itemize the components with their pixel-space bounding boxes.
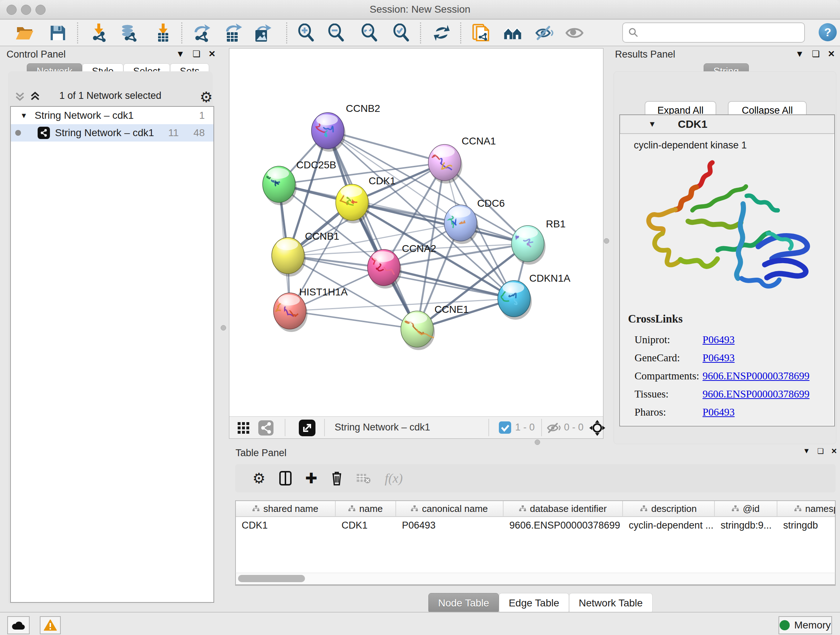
float-panel-icon[interactable]: ❏ <box>812 49 820 59</box>
network-options-gear-icon[interactable]: ⚙ <box>200 89 213 105</box>
open-in-new-window-icon[interactable] <box>299 420 316 436</box>
tab-node-table[interactable]: Node Table <box>428 593 499 613</box>
control-panel-title: Control Panel <box>6 49 66 60</box>
table-options-gear-icon[interactable]: ⚙ <box>253 470 265 486</box>
function-builder-icon[interactable]: f(x) <box>385 470 403 486</box>
column-header-namespace[interactable]: namespace <box>777 501 836 516</box>
open-session-icon[interactable] <box>15 24 34 42</box>
table-cell[interactable]: CDK1 <box>236 517 336 534</box>
network-tree-row[interactable]: String Network – cdk11148 <box>11 124 213 141</box>
node-HIST1H1A[interactable]: HIST1H1A <box>273 287 347 332</box>
left-splitter-handle[interactable] <box>221 325 226 331</box>
table-row[interactable]: CDK1CDK1P064939606.ENSP00000378699cyclin… <box>236 517 835 534</box>
expander-icon[interactable]: ▼ <box>20 111 27 120</box>
cloud-services-button[interactable] <box>7 616 30 634</box>
export-network-icon[interactable] <box>193 24 211 42</box>
save-session-icon[interactable] <box>49 24 67 42</box>
zoom-selected-icon[interactable] <box>392 24 411 42</box>
crosslink-link[interactable]: P06493 <box>703 352 735 364</box>
node-label: CCNE1 <box>434 304 469 315</box>
column-header-name[interactable]: name <box>336 501 396 516</box>
network-tree-row[interactable]: ▼String Network – cdk11 <box>11 107 213 124</box>
import-table-icon[interactable] <box>153 24 172 42</box>
export-image-icon[interactable] <box>253 24 271 42</box>
delete-table-icon[interactable] <box>356 472 371 484</box>
column-type-icon <box>732 505 739 512</box>
node-count: 11 <box>168 127 179 139</box>
crosslink-link[interactable]: 9606.ENSP00000378699 <box>703 388 810 400</box>
network-canvas[interactable]: CCNB2CCNA1CDC25BCDK1CDC6RB1CCNB1CCNA2CDK… <box>229 49 603 416</box>
table-cell[interactable]: stringdb <box>777 517 836 534</box>
edge-CCNB2-CCNE1[interactable] <box>328 131 417 329</box>
column-header-canonical-name[interactable]: canonical name <box>396 501 504 516</box>
panel-menu-icon[interactable]: ▼ <box>796 49 804 59</box>
right-splitter-handle[interactable] <box>604 238 609 244</box>
float-panel-icon[interactable]: ❏ <box>817 447 824 455</box>
close-panel-icon[interactable]: ✕ <box>828 49 835 59</box>
table-cell[interactable]: stringdb:9... <box>715 517 777 534</box>
refresh-icon[interactable] <box>432 24 451 42</box>
warnings-button[interactable] <box>40 616 61 634</box>
crosslink-label: GeneCard: <box>635 352 703 364</box>
network-badge-icon[interactable] <box>258 420 273 435</box>
import-network-file-icon[interactable] <box>89 24 108 42</box>
birds-eye-view-icon[interactable] <box>589 420 605 436</box>
edge-HIST1H1A-CCNE1[interactable] <box>290 311 417 329</box>
table-panel-title: Table Panel <box>235 448 286 459</box>
node-count: 1 <box>199 110 205 121</box>
float-panel-icon[interactable]: ❏ <box>193 49 201 59</box>
close-panel-icon[interactable]: ✕ <box>208 49 216 59</box>
gene-entry-header[interactable]: ▼ CDK1 <box>620 115 834 134</box>
title-bar: Session: New Session <box>0 0 840 19</box>
table-horizontal-scrollbar[interactable] <box>235 573 836 585</box>
column-header-database-identifier[interactable]: database identifier <box>504 501 623 516</box>
zoom-in-icon[interactable] <box>297 24 316 42</box>
show-columns-icon[interactable] <box>279 471 292 486</box>
scrollbar-thumb[interactable] <box>238 575 305 582</box>
window-title: Session: New Session <box>0 4 840 15</box>
crosslink-link[interactable]: P06493 <box>703 334 735 346</box>
delete-column-icon[interactable] <box>331 471 343 486</box>
node-CCNE1[interactable]: CCNE1 <box>401 304 469 350</box>
help-button[interactable]: ? <box>819 23 837 41</box>
clone-network-icon[interactable] <box>472 24 491 42</box>
column-header-description[interactable]: description <box>623 501 715 516</box>
gene-entry-box: ▼ CDK1 cyclin-dependent kinase 1 <box>619 114 835 426</box>
node-CCNB2[interactable]: CCNB2 <box>311 103 380 152</box>
table-cell[interactable]: cyclin-dependent ... <box>623 517 715 534</box>
node-RB1[interactable]: RB1 <box>512 218 565 264</box>
memory-button[interactable]: Memory <box>778 616 832 634</box>
grid-view-icon[interactable] <box>237 422 249 434</box>
panel-menu-icon[interactable]: ▼ <box>176 49 185 59</box>
crosslink-link[interactable]: P06493 <box>703 406 735 418</box>
table-cell[interactable]: P06493 <box>396 517 504 534</box>
crosslink-link[interactable]: 9606.ENSP00000378699 <box>703 370 810 382</box>
tab-edge-table[interactable]: Edge Table <box>499 593 569 613</box>
column-header--id[interactable]: @id <box>715 501 777 516</box>
table-cell[interactable]: CDK1 <box>336 517 396 534</box>
tab-network-table[interactable]: Network Table <box>569 593 653 613</box>
node-CDKN1A[interactable]: CDKN1A <box>498 272 570 320</box>
zoom-out-icon[interactable] <box>327 24 346 42</box>
search-input[interactable] <box>643 27 794 38</box>
hide-selected-icon[interactable] <box>535 24 554 42</box>
search-box[interactable] <box>622 22 805 43</box>
hidden-items-eye-icon[interactable] <box>547 422 561 434</box>
bottom-splitter-handle[interactable] <box>535 440 540 445</box>
close-panel-icon[interactable]: ✕ <box>831 447 837 455</box>
zoom-fit-icon[interactable] <box>360 24 379 42</box>
table-cell[interactable]: 9606.ENSP00000378699 <box>504 517 623 534</box>
node-CCNA1[interactable]: CCNA1 <box>428 135 496 184</box>
node-label: HIST1H1A <box>299 287 347 298</box>
column-label: description <box>651 503 697 515</box>
collapse-entry-icon[interactable]: ▼ <box>648 119 656 129</box>
warning-icon <box>44 619 57 631</box>
export-table-icon[interactable] <box>223 24 242 42</box>
show-all-icon[interactable] <box>565 24 584 42</box>
first-neighbors-icon[interactable] <box>504 24 523 42</box>
create-column-icon[interactable]: ✚ <box>305 470 317 486</box>
column-header-shared-name[interactable]: shared name <box>236 501 336 516</box>
panel-menu-icon[interactable]: ▼ <box>803 447 810 455</box>
selected-items-checkbox[interactable] <box>499 421 511 434</box>
import-network-database-icon[interactable] <box>119 24 138 42</box>
